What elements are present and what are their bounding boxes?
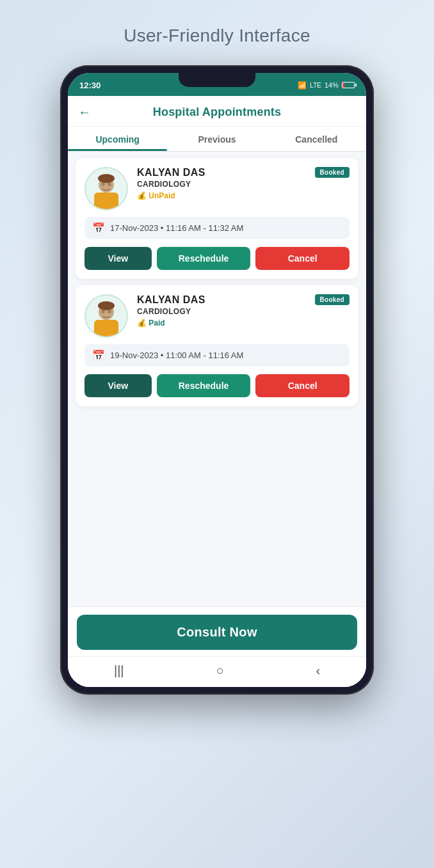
cancel-button-1[interactable]: Cancel (255, 247, 350, 270)
svg-point-3 (108, 182, 111, 186)
battery-text: 14% (325, 81, 339, 89)
phone-screen: 12:30 📶 LTE 14% ← Hospital Appointments … (68, 73, 366, 687)
signal-text: LTE (310, 82, 321, 89)
card-top-2: KALYAN DAS CARDIOLOGY 💰 Paid Booked (84, 294, 350, 338)
phone-frame: 12:30 📶 LTE 14% ← Hospital Appointments … (60, 65, 374, 695)
payment-status-1: 💰 UnPaid (137, 191, 350, 200)
svg-point-9 (98, 301, 115, 310)
nav-home-icon[interactable]: ○ (216, 663, 223, 678)
tabs-container: Upcoming Previous Cancelled (68, 127, 366, 152)
app-header: ← Hospital Appointments (68, 96, 366, 127)
calendar-icon-1: 📅 (92, 222, 105, 234)
svg-point-2 (101, 182, 105, 186)
calendar-icon-2: 📅 (92, 349, 105, 361)
nav-menu-icon[interactable]: ||| (114, 663, 124, 678)
date-text-1: 17-Nov-2023 • 11:16 AM - 11:32 AM (110, 223, 243, 233)
booked-badge-2: Booked (315, 294, 350, 305)
svg-point-4 (98, 174, 115, 183)
svg-rect-6 (94, 320, 118, 336)
status-icons: 📶 LTE 14% (298, 81, 355, 90)
page-title: User-Friendly Interface (124, 26, 310, 46)
battery-icon (342, 82, 355, 88)
header-title: Hospital Appointments (97, 106, 337, 119)
card-top-1: KALYAN DAS CARDIOLOGY 💰 UnPaid Booked (84, 167, 350, 210)
cancel-button-2[interactable]: Cancel (255, 374, 350, 397)
reschedule-button-2[interactable]: Reschedule (157, 374, 251, 397)
appointment-card-1: KALYAN DAS CARDIOLOGY 💰 UnPaid Booked 📅 … (76, 158, 358, 279)
date-row-2: 📅 19-Nov-2023 • 11:00 AM - 11:16 AM (84, 344, 350, 367)
status-time: 12:30 (79, 81, 100, 90)
svg-point-8 (108, 310, 111, 313)
speciality-2: CARDIOLOGY (137, 307, 350, 316)
consult-now-button[interactable]: Consult Now (77, 615, 357, 650)
appointment-card-2: KALYAN DAS CARDIOLOGY 💰 Paid Booked 📅 19… (76, 285, 358, 406)
speciality-1: CARDIOLOGY (137, 180, 350, 189)
wifi-icon: 📶 (298, 81, 307, 90)
view-button-1[interactable]: View (84, 247, 152, 270)
svg-rect-1 (94, 193, 118, 209)
phone-notch (179, 73, 255, 87)
svg-point-7 (101, 310, 105, 313)
nav-bar: ||| ○ ‹ (68, 656, 366, 687)
content-area: KALYAN DAS CARDIOLOGY 💰 UnPaid Booked 📅 … (68, 152, 366, 606)
avatar-2 (84, 294, 128, 338)
tab-cancelled[interactable]: Cancelled (267, 127, 366, 151)
avatar-1 (84, 167, 128, 210)
tab-previous[interactable]: Previous (167, 127, 266, 151)
bottom-bar: Consult Now (68, 606, 366, 656)
back-button[interactable]: ← (78, 105, 91, 120)
card-actions-1: View Reschedule Cancel (84, 247, 350, 270)
reschedule-button-1[interactable]: Reschedule (157, 247, 251, 270)
tab-upcoming[interactable]: Upcoming (68, 127, 167, 151)
date-text-2: 19-Nov-2023 • 11:00 AM - 11:16 AM (110, 351, 243, 360)
view-button-2[interactable]: View (84, 374, 152, 397)
payment-status-2: 💰 Paid (137, 319, 350, 327)
booked-badge-1: Booked (315, 167, 350, 178)
date-row-1: 📅 17-Nov-2023 • 11:16 AM - 11:32 AM (84, 217, 350, 239)
card-actions-2: View Reschedule Cancel (84, 374, 350, 397)
nav-back-icon[interactable]: ‹ (316, 663, 320, 678)
